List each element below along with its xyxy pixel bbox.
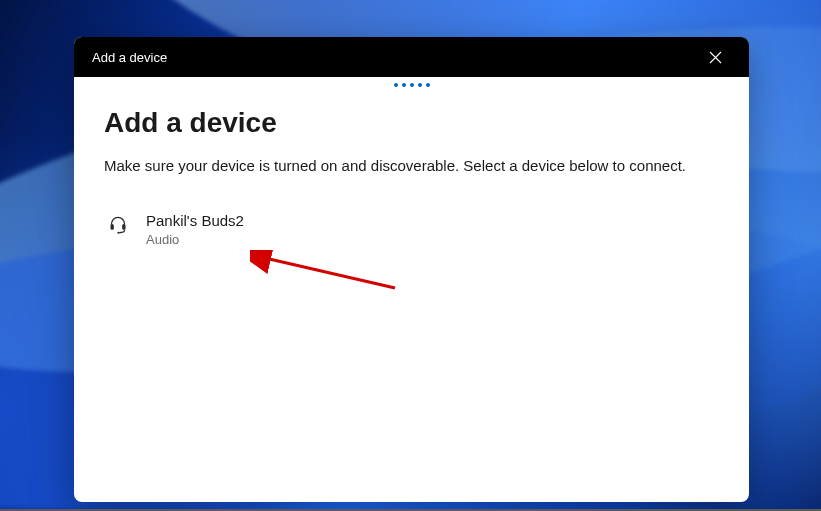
device-name-label: Pankil's Buds2	[146, 211, 244, 231]
close-icon	[709, 51, 722, 64]
svg-rect-2	[111, 224, 114, 230]
svg-rect-3	[122, 224, 125, 230]
dialog-content: Add a device Make sure your device is tu…	[74, 91, 749, 255]
titlebar-title: Add a device	[92, 50, 167, 65]
headset-icon	[108, 214, 128, 234]
titlebar: Add a device	[74, 37, 749, 77]
svg-point-4	[117, 231, 119, 233]
device-text: Pankil's Buds2 Audio	[146, 211, 244, 249]
loading-indicator	[74, 77, 749, 91]
dialog-heading: Add a device	[104, 107, 719, 139]
close-button[interactable]	[695, 37, 735, 77]
add-device-dialog: Add a device Add a device Make sure your…	[74, 37, 749, 502]
device-type-label: Audio	[146, 231, 244, 249]
dialog-description: Make sure your device is turned on and d…	[104, 155, 719, 177]
device-list-item[interactable]: Pankil's Buds2 Audio	[104, 205, 719, 255]
